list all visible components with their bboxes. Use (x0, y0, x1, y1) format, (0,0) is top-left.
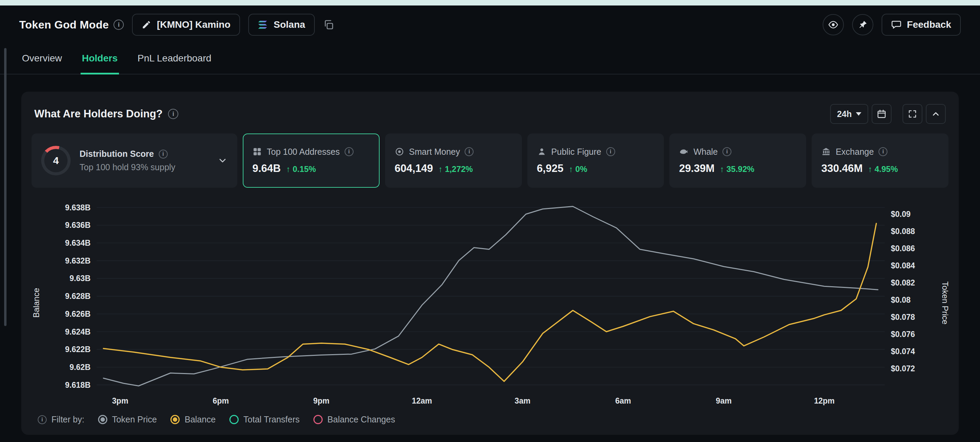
metric-smart-money[interactable]: Smart Money 604,149 ↑ 1,272% (385, 134, 522, 188)
metric-value: 604,149 (395, 162, 433, 175)
svg-text:9am: 9am (716, 396, 732, 405)
metric-exchange[interactable]: Exchange 330.46M ↑ 4.95% (811, 134, 948, 188)
svg-text:$0.076: $0.076 (891, 330, 915, 339)
info-icon[interactable] (878, 147, 888, 156)
chat-bubble-icon (891, 19, 902, 30)
metric-value: 330.46M (821, 162, 863, 175)
svg-text:$0.078: $0.078 (891, 313, 915, 322)
svg-text:9.624B: 9.624B (65, 327, 91, 336)
feedback-button[interactable]: Feedback (881, 14, 961, 36)
price-axis-title: Token Price (936, 196, 954, 410)
svg-text:9.63B: 9.63B (70, 274, 91, 283)
token-selector-button[interactable]: [KMNO] Kamino (132, 14, 240, 36)
info-icon[interactable] (465, 147, 474, 156)
page-title: Token God Mode (19, 19, 109, 31)
tab-overview[interactable]: Overview (21, 44, 64, 75)
svg-text:$0.086: $0.086 (891, 244, 915, 253)
line-chart: 9.638B9.636B9.634B9.632B9.63B9.628B9.626… (45, 196, 936, 410)
svg-text:12am: 12am (412, 396, 432, 405)
visibility-button[interactable] (822, 14, 844, 35)
panel-header: What Are Holders Doing? 24h (21, 92, 959, 127)
metric-label: Exchange (836, 147, 874, 157)
chevron-down-icon (856, 112, 861, 116)
svg-text:9.628B: 9.628B (65, 292, 91, 301)
token-price-dot-icon (98, 415, 107, 424)
distribution-subtitle: Top 100 hold 93% supply (80, 162, 175, 172)
feedback-label: Feedback (907, 19, 951, 30)
legend-total-transfers[interactable]: Total Transfers (229, 415, 300, 424)
svg-text:$0.08: $0.08 (891, 295, 911, 305)
person-icon (537, 147, 547, 156)
legend-label: Total Transfers (243, 415, 300, 424)
tab-bar: Overview Holders PnL Leaderboard (0, 44, 980, 75)
chart-legend: Filter by: Token Price Balance Total Tra… (21, 410, 959, 435)
left-scrollbar[interactable] (4, 48, 6, 326)
svg-text:12pm: 12pm (814, 396, 835, 405)
calendar-button[interactable] (872, 104, 891, 124)
pin-button[interactable] (852, 14, 873, 35)
total-transfers-dot-icon (229, 415, 239, 424)
holders-chart: Balance 9.638B9.636B9.634B9.632B9.63B9.6… (21, 188, 959, 410)
svg-text:9.622B: 9.622B (65, 345, 91, 354)
expand-icon (908, 109, 917, 119)
info-icon[interactable] (345, 147, 353, 156)
svg-text:$0.072: $0.072 (891, 364, 915, 373)
timeframe-label: 24h (837, 109, 852, 119)
metric-distribution-score[interactable]: 4 Distribution Score Top 100 hold 93% su… (32, 134, 237, 188)
svg-text:9.632B: 9.632B (65, 256, 91, 265)
info-icon[interactable] (38, 415, 47, 424)
info-icon[interactable] (722, 147, 732, 156)
metric-value: 6,925 (537, 162, 564, 175)
svg-text:9.62B: 9.62B (70, 363, 91, 372)
svg-text:3pm: 3pm (112, 396, 128, 405)
chevron-down-icon[interactable] (217, 155, 228, 166)
pin-icon (858, 19, 868, 30)
tab-pnl-leaderboard[interactable]: PnL Leaderboard (136, 44, 213, 75)
legend-token-price[interactable]: Token Price (98, 415, 157, 424)
edit-pencil-icon (142, 20, 151, 30)
app-header: Token God Mode [KMNO] Kamino Solana (0, 5, 980, 44)
balance-dot-icon (170, 415, 180, 424)
smart-money-icon (395, 147, 404, 156)
svg-text:9.634B: 9.634B (65, 238, 91, 247)
metric-value: 29.39M (679, 162, 714, 175)
calendar-icon (877, 109, 886, 119)
metric-value: 9.64B (252, 162, 281, 175)
copy-address-button[interactable] (323, 19, 334, 30)
copy-icon (323, 19, 334, 30)
metric-change: ↑ 0% (569, 164, 587, 174)
legend-label: Token Price (112, 415, 157, 424)
svg-text:9.626B: 9.626B (65, 310, 91, 318)
collapse-button[interactable] (926, 104, 946, 124)
timeframe-dropdown[interactable]: 24h (830, 104, 868, 124)
metric-public-figure[interactable]: Public Figure 6,925 ↑ 0% (527, 134, 664, 188)
info-icon[interactable] (159, 150, 168, 158)
metric-label: Whale (693, 147, 718, 157)
metric-label: Top 100 Addresses (267, 147, 340, 157)
info-icon[interactable] (168, 109, 178, 119)
grid-icon (252, 147, 262, 156)
metric-label: Public Figure (551, 147, 601, 157)
metric-change: ↑ 0.15% (286, 164, 316, 174)
svg-text:6pm: 6pm (213, 396, 229, 405)
whale-icon (679, 147, 689, 156)
balance-axis-title: Balance (27, 196, 45, 410)
fullscreen-button[interactable] (902, 104, 923, 124)
metric-change: ↑ 1,272% (439, 164, 473, 174)
metric-whale[interactable]: Whale 29.39M ↑ 35.92% (669, 134, 806, 188)
chain-selector-button[interactable]: Solana (248, 14, 315, 36)
svg-text:9.618B: 9.618B (65, 381, 91, 389)
legend-balance[interactable]: Balance (170, 415, 215, 424)
info-icon[interactable] (606, 147, 615, 156)
balance-changes-dot-icon (313, 415, 323, 424)
tab-holders[interactable]: Holders (81, 44, 119, 75)
legend-balance-changes[interactable]: Balance Changes (313, 415, 395, 424)
metric-top100-addresses[interactable]: Top 100 Addresses 9.64B ↑ 0.15% (243, 134, 380, 188)
distribution-score-value: 4 (41, 146, 71, 176)
svg-text:9.636B: 9.636B (65, 221, 91, 230)
info-icon[interactable] (113, 19, 124, 30)
legend-label: Balance Changes (328, 415, 395, 424)
legend-label: Balance (185, 415, 215, 424)
chart-plot-area[interactable]: 9.638B9.636B9.634B9.632B9.63B9.628B9.626… (45, 196, 936, 410)
top-strip (0, 0, 980, 5)
